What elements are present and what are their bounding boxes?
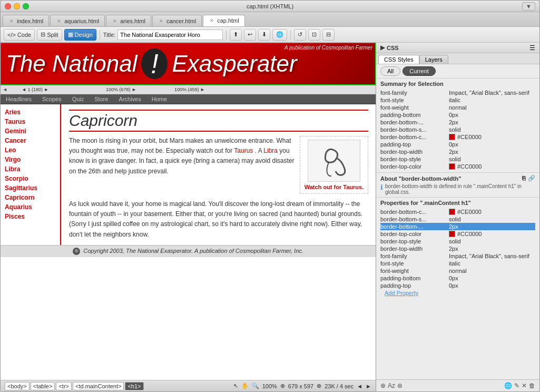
nav-home[interactable]: Home <box>146 94 172 104</box>
split-button[interactable]: ⊟ Split <box>37 29 62 41</box>
sidebar-scorpio[interactable]: Scorpio <box>1 174 60 183</box>
current-button[interactable]: Current <box>402 66 436 76</box>
sidebar-aries[interactable]: Aries <box>1 107 60 117</box>
code-button[interactable]: </> Code <box>4 29 35 41</box>
sidebar-taurus[interactable]: Taurus <box>1 117 60 126</box>
sidebar-gemini[interactable]: Gemini <box>1 126 60 136</box>
toolbar-btn3[interactable]: ⬇ <box>258 29 270 41</box>
about-title-text: About "border-bottom-width" <box>380 175 461 182</box>
about-icons: ⎘ 🔗 <box>522 175 535 182</box>
nav-quiz[interactable]: Quiz <box>67 94 90 104</box>
sidebar-libra[interactable]: Libra <box>1 164 60 174</box>
zoom-stepper[interactable]: ⊕ <box>280 383 285 389</box>
css-scroll-area[interactable]: Summary for Selection font-family Impact… <box>376 79 539 379</box>
tab-close-icon4[interactable]: ✕ <box>158 18 164 24</box>
tab-close-icon2[interactable]: ✕ <box>56 18 62 24</box>
horoscope-image-box: Watch out for Taurus. <box>300 136 368 194</box>
link-taurus[interactable]: Taurus <box>234 147 253 154</box>
tab-close-icon5[interactable]: ✕ <box>209 17 215 24</box>
css-bottom-left-icons: ⊕ Az ⊛ <box>380 382 402 389</box>
toolbar: </> Code ⊟ Split ▦ Design Title: ⬆ ↩ ⬇ 🌐… <box>1 27 539 43</box>
status-info: ↖ ✋ 🔍 100% ⊕ 679 x 597 ⊕ 23K / 4 sec ◄ ► <box>233 383 371 389</box>
sidebar-sagittarius[interactable]: Sagittarius <box>1 183 60 193</box>
tab-index[interactable]: ✕ index.html <box>3 15 49 26</box>
props-prop-9: font-weight <box>380 268 449 274</box>
toolbar-btn2[interactable]: ↩ <box>244 29 256 41</box>
sidebar-cancer[interactable]: Cancer <box>1 136 60 145</box>
css-panel-menu-icon[interactable]: ☰ <box>529 44 535 52</box>
sidebar-virgo[interactable]: Virgo <box>1 155 60 164</box>
css-panel-title: ▶ CSS <box>380 44 399 51</box>
tab-layers[interactable]: Layers <box>419 55 448 64</box>
tab-close-icon3[interactable]: ✕ <box>112 18 118 24</box>
prop-padding-bottom: padding-bottom <box>380 112 449 118</box>
pub-notice: A publication of Cosmopolitan Farmer <box>284 45 372 51</box>
nav-scopes[interactable]: Scopes <box>37 94 67 104</box>
site-title-part1: The National <box>6 51 137 77</box>
toolbar-btn7[interactable]: ⊟ <box>322 29 335 41</box>
css-row-border-top-s: border-top-style solid <box>380 155 535 163</box>
css-bottom-icon2[interactable]: Az <box>388 382 395 389</box>
minimize-button[interactable] <box>14 3 20 9</box>
props-prop-7: font-family <box>380 253 449 259</box>
props-val-2: solid <box>449 216 535 222</box>
maximize-button[interactable] <box>23 3 29 9</box>
add-property-link[interactable]: Add Property <box>380 288 423 298</box>
code-icon: </> <box>7 32 16 38</box>
file-info: 23K / 4 sec <box>325 383 354 389</box>
link-icon[interactable]: 🔗 <box>528 175 535 182</box>
css-bottom-icon3[interactable]: ⊛ <box>397 382 402 389</box>
split-label: Split <box>47 32 58 38</box>
props-swatch-4 <box>449 231 455 237</box>
copy-icon[interactable]: ⎘ <box>522 175 526 182</box>
css-bottom-icon6[interactable]: ✕ <box>522 382 527 389</box>
val-border-top-w: 2px <box>449 149 535 155</box>
all-button[interactable]: All <box>380 66 400 76</box>
css-bottom-icon4[interactable]: 🌐 <box>504 382 512 389</box>
site-nav: Headlines Scopes Quiz Store Archives Hom… <box>1 94 376 104</box>
sidebar-leo[interactable]: Leo <box>1 145 60 155</box>
nav-archives[interactable]: Archives <box>114 94 146 104</box>
nav-store[interactable]: Store <box>89 94 113 104</box>
collapse-button[interactable]: ▼ <box>522 2 535 11</box>
props-row-3-highlighted[interactable]: border-bottom-... 2px <box>380 223 535 230</box>
toolbar-btn5[interactable]: ↺ <box>294 29 306 41</box>
toolbar-btn1[interactable]: ⬆ <box>230 29 242 41</box>
sidebar-pisces[interactable]: Pisces <box>1 212 60 221</box>
design-button[interactable]: ▦ Design <box>64 29 96 41</box>
css-tabs: CSS Styles Layers <box>376 53 539 64</box>
breadcrumb-body[interactable]: <body> <box>5 382 30 390</box>
title-input[interactable] <box>117 30 223 40</box>
tab-close-icon[interactable]: ✕ <box>8 18 15 24</box>
breadcrumb-h1[interactable]: <h1> <box>125 382 143 390</box>
tab-cancer-label: cancer.html <box>166 18 196 24</box>
breadcrumb-tr[interactable]: <tr> <box>56 382 72 390</box>
close-button[interactable] <box>5 3 11 9</box>
tab-aquarius[interactable]: ✕ aquarius.html <box>50 15 105 26</box>
tab-css-styles[interactable]: CSS Styles <box>378 55 419 64</box>
scroll-right[interactable]: ► <box>366 383 371 389</box>
sidebar-aquarius[interactable]: Aquarius <box>1 202 60 212</box>
tab-cancer[interactable]: ✕ cancer.html <box>152 15 202 26</box>
link-libra[interactable]: Libra <box>263 147 278 154</box>
props-val-9: normal <box>449 268 535 274</box>
horoscope-text2: As luck would have it, your home is magi… <box>69 199 368 240</box>
breadcrumb-td[interactable]: <td.mainContent> <box>73 382 124 390</box>
dimensions-stepper[interactable]: ⊕ <box>317 383 321 389</box>
css-bottom-icon5[interactable]: ✎ <box>514 382 519 389</box>
val-border-top-c: #CC0000 <box>449 163 535 170</box>
design-label: Design <box>75 32 93 38</box>
zoom-icon: 🔍 <box>252 383 259 389</box>
browser-content: The National ! Exasperater A publication… <box>1 43 376 380</box>
scroll-left[interactable]: ◄ <box>357 383 362 389</box>
tab-cap[interactable]: ✕ cap.html <box>203 15 245 26</box>
props-swatch-1 <box>449 209 455 215</box>
breadcrumb-table[interactable]: <table> <box>31 382 55 390</box>
css-bottom-icon7[interactable]: 🗑 <box>529 382 535 389</box>
nav-headlines[interactable]: Headlines <box>1 94 37 104</box>
sidebar-capricorn[interactable]: Capricorn <box>1 193 60 202</box>
tab-aries[interactable]: ✕ aries.html <box>106 15 151 26</box>
toolbar-btn4[interactable]: 🌐 <box>272 29 287 41</box>
css-bottom-icon1[interactable]: ⊕ <box>380 382 386 389</box>
toolbar-btn6[interactable]: ⊡ <box>308 29 320 41</box>
